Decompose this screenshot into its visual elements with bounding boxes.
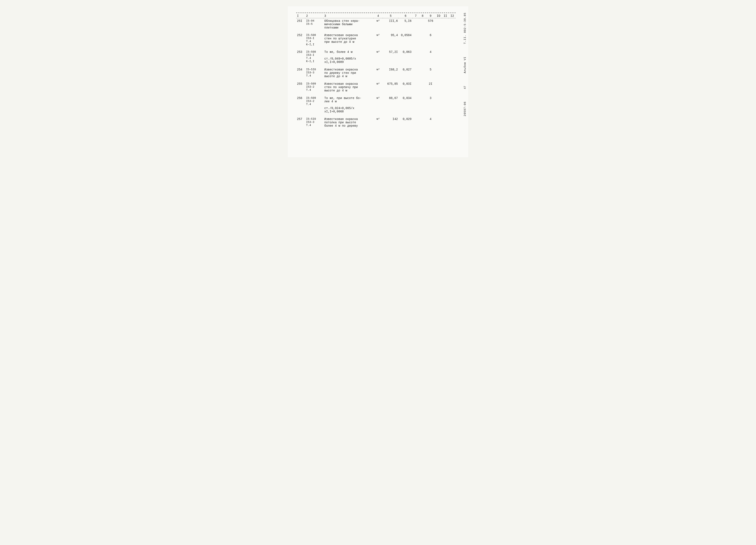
cell-5-6: [412, 95, 419, 114]
cell-3-7: [419, 67, 426, 79]
cell-6-11: [449, 116, 456, 129]
cell-2-2: То же, более 4 мст./0,049+0,0005/ххI,I+0…: [323, 49, 374, 65]
cell-6-0: 257: [296, 116, 305, 129]
cell-6-7: [419, 116, 426, 129]
table-wrapper: I 2 3 4 5 6 7 8 9 IO II I2 25II5–94I5–5О…: [296, 13, 456, 129]
cell-4-4: 675,85: [383, 81, 399, 93]
cell-4-5: 0,03I: [399, 81, 412, 93]
cell-4-0: 255: [296, 81, 305, 93]
cell-6-4: I42: [383, 116, 399, 129]
cell-5-2: То же, при высоте бо-лее 4 мст./0,024+0,…: [323, 95, 374, 114]
table-row: 25II5–94I5–5Облицовка стен кера-мическим…: [296, 18, 456, 31]
cell-0-9: [435, 18, 442, 31]
col-header-7: 7: [412, 13, 419, 18]
cell-5-1: I5–509I53–2Т.4: [305, 95, 323, 114]
col-header-12: I2: [449, 13, 456, 18]
cell-6-6: [412, 116, 419, 129]
col-header-2: 2: [305, 13, 323, 18]
cell-0-11: [449, 18, 456, 31]
cell-0-7: [419, 18, 426, 31]
cell-5-10: [442, 95, 449, 114]
cell-5-8: 3: [426, 95, 435, 114]
cell-4-10: [442, 81, 449, 93]
cell-3-1: I5–5I0I53–3Т.4: [305, 67, 323, 79]
table-row: 257I5–5I0I53–3Т.4Известковая окраскапото…: [296, 116, 456, 129]
right-labels: Т.II. 802-5-39.85 Альбом VI 47 20597-06: [463, 13, 467, 116]
cell-4-9: [435, 81, 442, 93]
cell-2-9: [435, 49, 442, 65]
cell-0-3: м²: [374, 18, 383, 31]
col-header-10: IO: [435, 13, 442, 18]
cell-1-7: [419, 33, 426, 47]
cell-1-5: 0,0584: [399, 33, 412, 47]
cell-1-6: [412, 33, 419, 47]
cell-1-9: [435, 33, 442, 47]
cell-2-3: м²: [374, 49, 383, 65]
col-header-5: 5: [383, 13, 399, 18]
cell-1-11: [449, 33, 456, 47]
cell-2-10: [442, 49, 449, 65]
right-label-top: Т.II. 802-5-39.85: [463, 13, 467, 44]
cell-2-7: [419, 49, 426, 65]
cell-2-8: 4: [426, 49, 435, 65]
cell-3-2: Известковая окраскапо дереву стен привыс…: [323, 67, 374, 79]
cell-0-4: III,6: [383, 18, 399, 31]
cell-6-3: м²: [374, 116, 383, 129]
cell-0-10: [442, 18, 449, 31]
cell-4-8: 2I: [426, 81, 435, 93]
cell-0-8: 576: [426, 18, 435, 31]
cell-0-2: Облицовка стен кера-мическими белымиплит…: [323, 18, 374, 31]
cell-4-1: I5–509I53–2Т.4: [305, 81, 323, 93]
cell-1-4: 95,4: [383, 33, 399, 47]
cell-4-7: [419, 81, 426, 93]
cell-3-0: 254: [296, 67, 305, 79]
table-row: 255I5–509I53–2Т.4Известковая окраскастен…: [296, 81, 456, 93]
cell-1-2: Известковая окраскастен по штукатуркепри…: [323, 33, 374, 47]
cell-3-10: [442, 67, 449, 79]
cell-2-1: I5–508I53–IТ.4К–I,I: [305, 49, 323, 65]
cell-0-0: 25I: [296, 18, 305, 31]
main-table: I 2 3 4 5 6 7 8 9 IO II I2 25II5–94I5–5О…: [296, 13, 456, 129]
cell-2-5: 0,063: [399, 49, 412, 65]
cell-3-3: м²: [374, 67, 383, 79]
cell-5-11: [449, 95, 456, 114]
cell-3-5: 0,027: [399, 67, 412, 79]
cell-6-1: I5–5I0I53–3Т.4: [305, 116, 323, 129]
cell-3-8: 5: [426, 67, 435, 79]
cell-5-7: [419, 95, 426, 114]
cell-3-9: [435, 67, 442, 79]
cell-0-6: [412, 18, 419, 31]
cell-6-9: [435, 116, 442, 129]
cell-3-4: I68,2: [383, 67, 399, 79]
cell-5-0: 256: [296, 95, 305, 114]
right-label-code: 20597-06: [463, 102, 467, 116]
cell-2-6: [412, 49, 419, 65]
cell-2-4: 57,2I: [383, 49, 399, 65]
col-header-9: 9: [426, 13, 435, 18]
table-row: 253I5–508I53–IТ.4К–I,IТо же, более 4 мст…: [296, 49, 456, 65]
cell-5-9: [435, 95, 442, 114]
cell-5-5: 0,034: [399, 95, 412, 114]
cell-4-6: [412, 81, 419, 93]
cell-2-0: 253: [296, 49, 305, 65]
cell-6-10: [442, 116, 449, 129]
col-header-3: 3: [323, 13, 374, 18]
cell-2-11: [449, 49, 456, 65]
cell-4-3: м²: [374, 81, 383, 93]
cell-1-1: I5–508I53–IТ.4К–I,I: [305, 33, 323, 47]
right-label-numbers: 47: [464, 86, 467, 89]
cell-1-0: 252: [296, 33, 305, 47]
cell-5-3: м²: [374, 95, 383, 114]
col-header-8: 8: [419, 13, 426, 18]
col-header-6: 6: [399, 13, 412, 18]
cell-4-2: Известковая окраскастен по кирпичу привы…: [323, 81, 374, 93]
cell-0-5: 5,I6: [399, 18, 412, 31]
table-header-row: I 2 3 4 5 6 7 8 9 IO II I2: [296, 13, 456, 18]
table-row: 254I5–5I0I53–3Т.4Известковая окраскапо д…: [296, 67, 456, 79]
cell-6-8: 4: [426, 116, 435, 129]
cell-1-10: [442, 33, 449, 47]
col-header-4: 4: [374, 13, 383, 18]
col-header-11: II: [442, 13, 449, 18]
col-header-1: I: [296, 13, 305, 18]
page: I 2 3 4 5 6 7 8 9 IO II I2 25II5–94I5–5О…: [288, 6, 468, 157]
